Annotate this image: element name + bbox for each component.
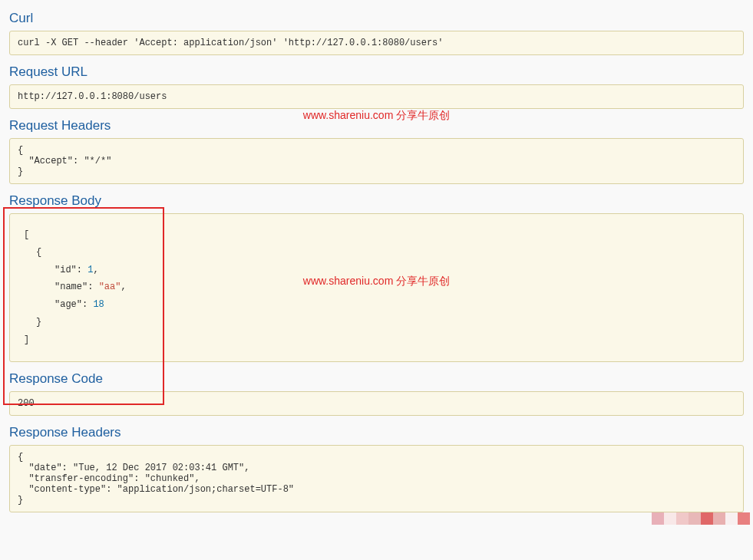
response-body-title: Response Body — [9, 193, 747, 209]
json-open-brace: { — [24, 247, 41, 258]
json-name-key: "name" — [54, 282, 88, 292]
request-headers-title: Request Headers — [9, 118, 747, 133]
json-age-colon: : — [82, 299, 93, 310]
json-age-key: "age" — [54, 299, 82, 310]
json-id-trail: , — [93, 265, 98, 275]
pixel-block — [701, 512, 713, 525]
response-code-content: 200 — [9, 391, 744, 416]
pixel-block — [725, 512, 738, 525]
curl-title: Curl — [9, 11, 747, 26]
json-close-bracket: ] — [24, 334, 29, 345]
request-url-title: Request URL — [9, 64, 747, 80]
response-headers-content: { "date": "Tue, 12 Dec 2017 02:03:41 GMT… — [9, 445, 744, 512]
response-code-title: Response Code — [9, 371, 747, 387]
pixel-block — [738, 512, 750, 525]
response-headers-title: Response Headers — [9, 425, 747, 440]
response-body-content: [{"id": 1,"name": "aa","age": 18}] — [9, 213, 744, 362]
pixel-block — [689, 512, 701, 525]
pixel-block — [713, 512, 725, 525]
json-id-colon: : — [77, 265, 88, 275]
request-headers-content: { "Accept": "*/*" } — [9, 138, 744, 184]
pixel-block — [664, 512, 676, 525]
pixel-block — [652, 512, 664, 525]
pixel-block — [676, 512, 689, 525]
json-name-trail: , — [121, 282, 126, 292]
json-id-key: "id" — [54, 265, 77, 275]
json-name-colon: : — [88, 282, 98, 292]
pixel-decoration — [652, 512, 750, 525]
json-open-bracket: [ — [24, 229, 29, 240]
json-close-brace: } — [24, 317, 41, 328]
json-age-val: 18 — [93, 299, 104, 310]
curl-content: curl -X GET --header 'Accept: applicatio… — [9, 31, 744, 55]
json-name-val: "aa" — [99, 282, 121, 292]
request-url-content: http://127.0.0.1:8080/users — [9, 84, 744, 109]
